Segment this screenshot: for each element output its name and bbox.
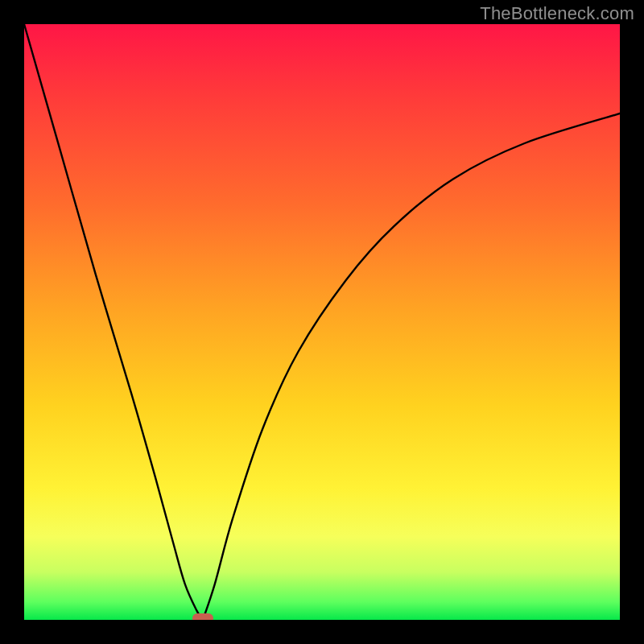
watermark-text: TheBottleneck.com [480,3,634,24]
marker-group [192,613,213,620]
min-marker [192,613,213,620]
chart-svg [24,24,620,620]
curve-right [203,114,620,620]
chart-frame: TheBottleneck.com [0,0,644,644]
plot-area [24,24,620,620]
curve-group [24,24,620,620]
curve-left [24,24,203,620]
